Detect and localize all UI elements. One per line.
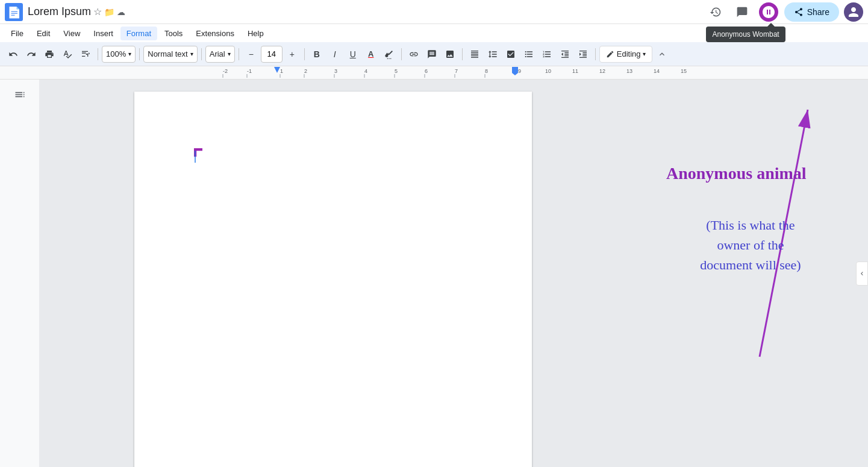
doc-title-group: Lorem Ipsum ☆ 📁 ☁: [28, 5, 705, 18]
svg-text:-1: -1: [247, 68, 252, 74]
star-icon[interactable]: ☆: [93, 6, 102, 17]
bold-button[interactable]: B: [308, 46, 325, 63]
line-spacing-button[interactable]: [484, 46, 501, 63]
divider-4: [239, 48, 239, 60]
menu-view[interactable]: View: [57, 27, 86, 40]
anonymous-wombat-tooltip: Anonymous Wombat: [706, 27, 785, 42]
svg-text:1: 1: [280, 68, 283, 74]
svg-marker-8: [274, 67, 280, 73]
menu-tools[interactable]: Tools: [158, 27, 189, 40]
decrease-indent-button[interactable]: [557, 46, 573, 63]
font-size-input[interactable]: 14: [261, 46, 283, 63]
svg-text:12: 12: [599, 68, 605, 74]
zoom-dropdown-icon: ▾: [128, 51, 131, 57]
style-dropdown-icon: ▾: [190, 51, 193, 57]
outline-icon[interactable]: [14, 89, 26, 104]
annotation-area: Anonymous animal (This is what theowner …: [627, 80, 868, 467]
svg-text:14: 14: [654, 68, 660, 74]
font-value: Arial: [210, 49, 225, 58]
cloud-icon[interactable]: ☁: [117, 7, 125, 17]
editing-mode-dropdown-icon: ▾: [643, 51, 646, 57]
annotation-explanation: (This is what theowner of thedocument wi…: [657, 215, 844, 275]
redo-button[interactable]: [23, 46, 40, 63]
divider-2: [139, 48, 140, 60]
ruler-content: -2 -1 1 2 3 4 5 6 7 8 9 10 11: [223, 66, 645, 79]
paint-format-button[interactable]: [77, 46, 94, 63]
menu-extensions[interactable]: Extensions: [190, 27, 240, 40]
right-controls: Anonymous Wombat Share: [705, 1, 863, 23]
undo-button[interactable]: [5, 46, 22, 63]
svg-text:2: 2: [304, 68, 307, 74]
underline-button[interactable]: U: [345, 46, 361, 63]
svg-text:6: 6: [425, 68, 428, 74]
divider-8: [595, 48, 596, 60]
text-color-button[interactable]: A: [363, 46, 379, 63]
share-label: Share: [807, 7, 829, 17]
align-button[interactable]: [466, 46, 483, 63]
svg-text:7: 7: [455, 68, 458, 74]
docs-icon: [5, 3, 23, 21]
doc-title[interactable]: Lorem Ipsum: [28, 5, 91, 18]
spellcheck-button[interactable]: [59, 46, 76, 63]
increase-indent-button[interactable]: [575, 46, 592, 63]
menu-file[interactable]: File: [5, 27, 30, 40]
user-avatar[interactable]: [844, 2, 863, 22]
font-dropdown-icon: ▾: [228, 51, 231, 57]
svg-text:5: 5: [395, 68, 398, 74]
history-button[interactable]: [705, 1, 726, 23]
zoom-value: 100%: [106, 49, 126, 58]
svg-text:-2: -2: [223, 68, 228, 74]
divider-3: [201, 48, 202, 60]
decrease-font-button[interactable]: −: [243, 46, 260, 63]
editing-mode-label: Editing: [617, 49, 641, 58]
svg-text:3: 3: [334, 68, 337, 74]
style-select[interactable]: Normal text ▾: [143, 46, 197, 63]
title-bar: Lorem Ipsum ☆ 📁 ☁ Anonymous Wombat Share: [0, 0, 868, 24]
expand-button[interactable]: [654, 46, 670, 63]
zoom-select[interactable]: 100% ▾: [102, 46, 136, 63]
increase-font-button[interactable]: +: [284, 46, 301, 63]
svg-text:11: 11: [572, 68, 578, 74]
numbered-list-button[interactable]: [539, 46, 555, 63]
svg-text:8: 8: [485, 68, 488, 74]
folder-icon[interactable]: 📁: [104, 7, 114, 17]
doc-scroll[interactable]: [39, 80, 627, 467]
collab-avatar[interactable]: [758, 1, 779, 23]
menu-insert[interactable]: Insert: [87, 27, 119, 40]
ruler: -2 -1 1 2 3 4 5 6 7 8 9 10 11: [0, 66, 868, 80]
svg-text:9: 9: [518, 68, 521, 74]
svg-marker-25: [512, 67, 518, 75]
left-margin: [0, 80, 39, 467]
divider-7: [462, 48, 463, 60]
print-button[interactable]: [41, 46, 58, 63]
share-button[interactable]: Share: [784, 2, 839, 22]
insert-image-button[interactable]: [442, 46, 458, 63]
menu-help[interactable]: Help: [242, 27, 270, 40]
toolbar: 100% ▾ Normal text ▾ Arial ▾ − 14 + B I …: [0, 42, 868, 66]
font-select[interactable]: Arial ▾: [205, 46, 235, 63]
italic-button[interactable]: I: [326, 46, 343, 63]
collapse-panel-button[interactable]: [856, 262, 868, 286]
svg-text:10: 10: [545, 68, 551, 74]
editing-mode-button[interactable]: Editing ▾: [599, 46, 653, 63]
divider-5: [304, 48, 305, 60]
menu-format[interactable]: Format: [120, 27, 157, 40]
main-area: Anonymous animal (This is what theowner …: [0, 80, 868, 467]
menu-edit[interactable]: Edit: [31, 27, 56, 40]
annotation-anonymous-animal: Anonymous animal: [666, 164, 807, 183]
collab-avatar-container: Anonymous Wombat: [758, 1, 779, 23]
style-value: Normal text: [148, 49, 187, 58]
svg-text:4: 4: [364, 68, 367, 74]
divider-1: [98, 48, 98, 60]
add-comment-button[interactable]: [423, 46, 440, 63]
bullet-list-button[interactable]: [520, 46, 537, 63]
link-button[interactable]: [405, 46, 422, 63]
checklist-button[interactable]: [502, 46, 519, 63]
highlight-button[interactable]: [381, 46, 398, 63]
text-cursor: [195, 151, 196, 163]
svg-text:15: 15: [681, 68, 687, 74]
doc-page[interactable]: [134, 92, 532, 467]
chat-button[interactable]: [731, 1, 753, 23]
svg-text:13: 13: [626, 68, 632, 74]
divider-6: [401, 48, 402, 60]
